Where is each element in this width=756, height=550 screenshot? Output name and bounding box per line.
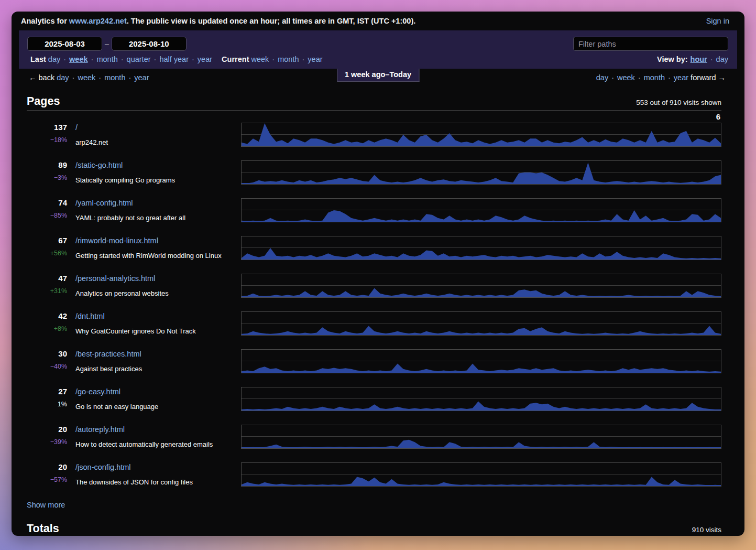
date-end-input[interactable] [112,37,187,51]
page-path-link[interactable]: / [75,123,78,132]
view-by-hour-link[interactable]: hour [691,55,707,63]
analytics-card: Analytics for www.arp242.net. The public… [12,12,744,536]
forward-label: forward [691,73,718,82]
table-row: 20−39% /autoreply.htmlHow to detect auto… [27,425,721,449]
page-title: Statically compiling Go programs [75,176,233,184]
sparkline-chart [241,236,721,260]
page-title: Go is not an easy language [75,403,233,411]
show-more-link[interactable]: Show more [27,501,65,509]
table-row: 271% /go-easy.htmlGo is not an easy lang… [27,387,721,411]
table-row: 89−3% /static-go.htmlStatically compilin… [27,160,721,185]
table-row: 30−40% /best-practices.htmlAgainst best … [27,349,721,373]
view-by-label: View by: [657,55,688,63]
view-by-selector: View by:hour·day [657,55,728,63]
visit-count: 20 [27,462,67,472]
visit-count: 67 [27,236,67,245]
current-year-link[interactable]: year [308,55,322,63]
page-path-link[interactable]: /static-go.html [75,160,123,170]
last-label: Last [30,55,46,63]
pages-rule [27,111,721,111]
last-day-link[interactable]: day [48,55,60,63]
last-year-link[interactable]: year [198,55,212,63]
site-link[interactable]: www.arp242.net [69,17,127,25]
back-month-link[interactable]: month [104,73,125,82]
back-arrow-icon: ← [29,73,37,82]
sparkline-chart [241,349,721,373]
change-percent: +8% [54,325,67,332]
page-title: Analytics on personal websites [75,289,233,297]
forward-month-link[interactable]: month [644,73,665,82]
page-path-link[interactable]: /personal-analytics.html [75,274,155,283]
topbar-text: Analytics for www.arp242.net. The public… [21,17,415,25]
page-title: The downsides of JSON for config files [75,478,233,486]
back-week-link[interactable]: week [78,73,95,82]
forward-day-link[interactable]: day [596,73,608,82]
last-month-link[interactable]: month [96,55,117,63]
back-day-link[interactable]: day [57,73,69,82]
page-path-link[interactable]: /autoreply.html [75,425,125,434]
chart-baseline [242,447,721,448]
pages-title: Pages [27,95,60,108]
visit-count: 47 [27,274,67,283]
last-week-link[interactable]: week [69,55,87,63]
page-path-link[interactable]: /best-practices.html [75,349,141,359]
topbar-suffix: . The public view is updated once an hou… [127,17,416,25]
change-percent: −85% [50,212,67,219]
filter-paths-input[interactable] [573,37,728,51]
chart-baseline [242,485,721,486]
table-row: 42+8% /dnt.htmlWhy GoatCounter ignores D… [27,311,721,336]
sparkline-chart [241,387,721,411]
current-month-link[interactable]: month [278,55,299,63]
page-path-link[interactable]: /dnt.html [75,311,105,321]
last-quarter-link[interactable]: quarter [127,55,151,63]
pages-section: Pages 553 out of 910 visits shown 6 137−… [12,95,744,510]
sparkline-chart [241,198,721,222]
totals-section: Totals 910 visits [12,522,744,536]
visit-count: 137 [27,123,67,132]
change-percent: −57% [50,476,67,483]
sparkline-chart [241,274,721,298]
date-dash: – [105,40,109,48]
visit-count: 20 [27,425,67,434]
back-year-link[interactable]: year [134,73,149,82]
sparkline-chart [241,462,721,487]
controls-band: – Last day·week·month·quarter·half year·… [19,30,737,69]
last-half-year-link[interactable]: half year [159,55,189,63]
sparkline-chart [241,123,721,147]
table-row: 20−57% /json-config.htmlThe downsides of… [27,462,721,487]
page-title: How to detect automatically generated em… [75,440,233,448]
chart-baseline [242,183,721,184]
visits-shown-label: 553 out of 910 visits shown [636,99,721,108]
current-range-tab: 1 week ago–Today [337,69,419,82]
page-path-link[interactable]: /yaml-config.html [75,198,133,208]
chart-baseline [242,145,721,146]
visit-count: 30 [27,349,67,359]
page-path-link[interactable]: /rimworld-mod-linux.html [75,236,158,245]
forward-week-link[interactable]: week [617,73,635,82]
change-percent: +31% [50,287,67,295]
back-label: back [37,73,55,82]
view-by-day-link[interactable]: day [716,55,728,63]
date-range: – [27,37,323,51]
nav-forward-group: day·week·month·year forward → [596,73,726,82]
change-percent: −3% [54,174,67,181]
date-start-input[interactable] [27,37,102,51]
current-week-link[interactable]: week [251,55,269,63]
change-percent: +56% [50,250,67,257]
sparkline-chart [241,160,721,185]
sparkline-chart [241,311,721,336]
change-percent: −40% [50,363,67,370]
change-percent: −39% [50,438,67,446]
chart-baseline [242,372,721,373]
change-percent: 1% [58,401,67,408]
page-path-link[interactable]: /json-config.html [75,462,131,472]
forward-arrow-icon: → [718,73,726,82]
topbar-prefix: Analytics for [21,17,69,25]
visit-count: 74 [27,198,67,208]
page-title: Against best practices [75,365,233,373]
period-selector: Last day·week·month·quarter·half year·ye… [27,55,323,63]
sparkline-chart [241,425,721,449]
forward-year-link[interactable]: year [674,73,688,82]
page-path-link[interactable]: /go-easy.html [75,387,120,396]
sign-in-link[interactable]: Sign in [706,17,729,25]
